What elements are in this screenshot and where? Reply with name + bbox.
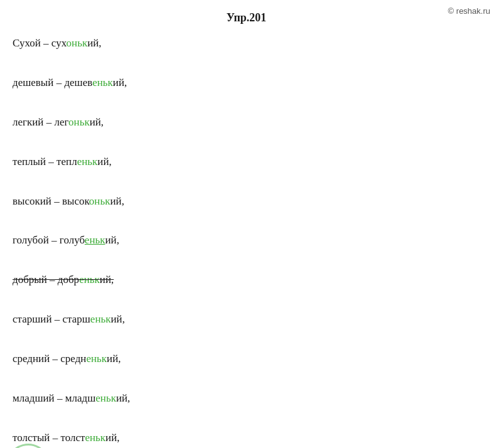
suffix-highlight: еньк: [85, 234, 105, 246]
list-item: добрый – добренький,: [13, 270, 480, 289]
suffix-highlight: еньк: [86, 353, 107, 365]
list-item: средний – средненький,: [13, 349, 480, 368]
logo: © reshak.ru: [448, 6, 490, 16]
suffix-highlight: оньк: [68, 116, 90, 128]
list-item: голубой – голубенький,: [13, 230, 480, 250]
page-title: Упр.201: [13, 11, 480, 24]
suffix-highlight: еньк: [90, 313, 111, 325]
suffix-highlight: оньк: [89, 195, 110, 207]
list-item: Сухой – сухонький,: [13, 33, 480, 53]
list-item: младший – младшенький,: [13, 388, 480, 408]
list-item: толстый – толстенький,: [13, 428, 480, 447]
page-container: © reshak.ru Упр.201 Сухой – сухонький, д…: [0, 0, 499, 448]
suffix-highlight: еньк: [85, 432, 105, 444]
list-item: теплый – тепленький,: [13, 152, 480, 171]
suffix-highlight: еньк: [95, 392, 116, 404]
word-list: Сухой – сухонький, дешевый – дешевенький…: [13, 33, 480, 448]
suffix-highlight: оньк: [67, 37, 88, 49]
suffix-highlight: еньк: [92, 77, 113, 88]
list-item: высокий – высоконький,: [13, 191, 480, 211]
list-item: легкий – легонький,: [13, 112, 480, 132]
suffix-highlight: еньк: [79, 274, 100, 285]
list-item: старший – старшенький,: [13, 309, 480, 329]
suffix-highlight: еньк: [77, 156, 98, 168]
list-item: дешевый – дешевенький,: [13, 73, 480, 92]
